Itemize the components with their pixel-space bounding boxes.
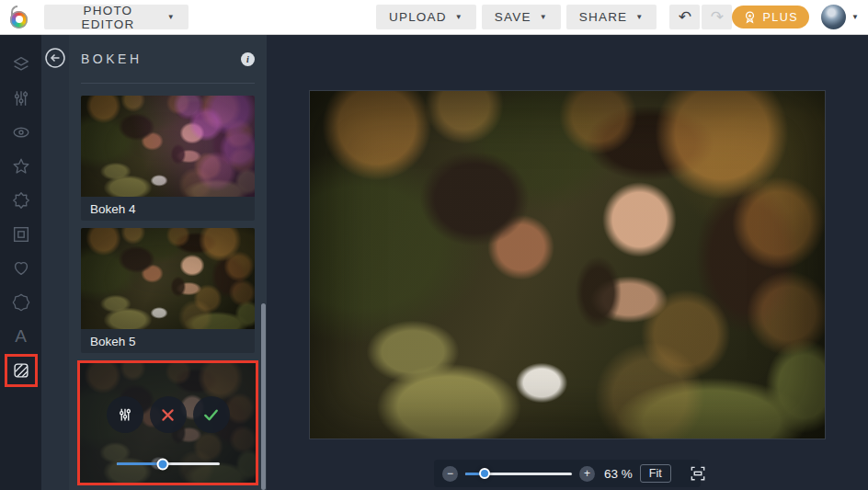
effect-settings-button[interactable] [107, 396, 143, 433]
chevron-down-icon: ▼ [635, 14, 644, 21]
save-label: SAVE [495, 10, 531, 24]
thumbnail-label: Bokeh 5 [81, 329, 255, 353]
cancel-effect-button[interactable] [150, 396, 187, 433]
artsy-burst-tool-icon[interactable] [11, 190, 31, 211]
zoom-bar: − + 63 % Fit [434, 460, 701, 487]
fit-screen-icon [689, 464, 707, 483]
text-tool-icon[interactable]: A [11, 326, 31, 347]
settings-sliders-icon [117, 406, 133, 423]
effects-eye-tool-icon[interactable] [11, 122, 31, 142]
annotation-highlight-controls [77, 360, 258, 485]
layers-tool-icon[interactable] [11, 54, 31, 74]
plus-label: PLUS [762, 11, 798, 24]
undo-icon: ↶ [679, 9, 691, 25]
edited-photo [310, 91, 825, 439]
user-avatar[interactable] [821, 5, 846, 29]
effect-strength-slider-handle[interactable] [156, 458, 168, 470]
account-chevron-down-icon[interactable]: ▼ [851, 14, 859, 21]
effect-thumbnail-bokeh4[interactable]: Bokeh 4 [81, 96, 255, 221]
photo-editor-label: PHOTO EDITOR [57, 4, 159, 31]
graphics-heart-tool-icon[interactable] [11, 258, 31, 279]
upload-label: UPLOAD [389, 10, 447, 24]
textures-tool-icon[interactable] [11, 360, 31, 381]
back-button[interactable] [44, 47, 66, 69]
plus-icon: + [584, 468, 590, 479]
back-arrow-icon [44, 47, 66, 69]
zoom-out-button[interactable]: − [442, 466, 458, 482]
zoom-percent: 63 % [604, 467, 633, 481]
photo-editor-menu-button[interactable]: PHOTO EDITOR ▼ [44, 5, 188, 29]
top-bar: PHOTO EDITOR ▼ UPLOAD ▼ SAVE ▼ SHARE ▼ ↶… [0, 0, 868, 35]
tool-sidebar: A [0, 35, 41, 490]
share-label: SHARE [579, 10, 628, 24]
badge-medal-icon [743, 10, 757, 24]
text-tool-glyph: A [11, 326, 31, 347]
redo-icon: ↷ [711, 9, 724, 25]
fullscreen-button[interactable] [689, 464, 707, 483]
upload-button[interactable]: UPLOAD ▼ [376, 5, 476, 29]
effect-strength-slider[interactable] [117, 458, 220, 470]
apply-effect-button[interactable] [193, 396, 230, 433]
chevron-down-icon: ▼ [540, 14, 548, 21]
share-button[interactable]: SHARE ▼ [566, 5, 657, 29]
chevron-down-icon: ▼ [455, 14, 463, 21]
undo-button[interactable]: ↶ [669, 5, 700, 29]
cancel-x-icon [160, 407, 176, 423]
bokeh-panel: BOKEH i Bokeh 4 Bokeh 5 [69, 35, 267, 490]
zoom-slider[interactable] [465, 468, 572, 480]
fit-button[interactable]: Fit [640, 464, 671, 483]
panel-title: BOKEH [81, 51, 241, 66]
info-icon[interactable]: i [241, 52, 255, 66]
chevron-down-icon: ▼ [167, 14, 176, 21]
star-tool-icon[interactable] [11, 156, 31, 177]
editing-canvas: − + 63 % Fit [267, 35, 868, 490]
panel-scrollbar[interactable] [261, 303, 266, 490]
badge-scallop-tool-icon[interactable] [11, 292, 31, 313]
zoom-in-button[interactable]: + [579, 466, 595, 482]
thumbnail-label: Bokeh 4 [81, 197, 255, 221]
redo-button[interactable]: ↷ [702, 5, 732, 29]
effect-controls-card [80, 363, 256, 483]
thumbnail-image [81, 228, 255, 329]
minus-icon: − [447, 468, 453, 479]
plus-upgrade-button[interactable]: PLUS [732, 6, 809, 28]
adjust-sliders-tool-icon[interactable] [11, 88, 31, 108]
thumbnail-image [81, 96, 255, 197]
zoom-slider-handle[interactable] [479, 468, 490, 479]
effect-thumbnail-bokeh5[interactable]: Bokeh 5 [81, 228, 255, 353]
panel-back-strip [41, 35, 69, 490]
save-button[interactable]: SAVE ▼ [482, 5, 561, 29]
befunky-logo-icon[interactable] [9, 6, 31, 29]
effect-thumbnail-list: Bokeh 4 Bokeh 5 [69, 84, 267, 485]
apply-check-icon [202, 406, 220, 424]
frames-tool-icon[interactable] [11, 224, 31, 245]
